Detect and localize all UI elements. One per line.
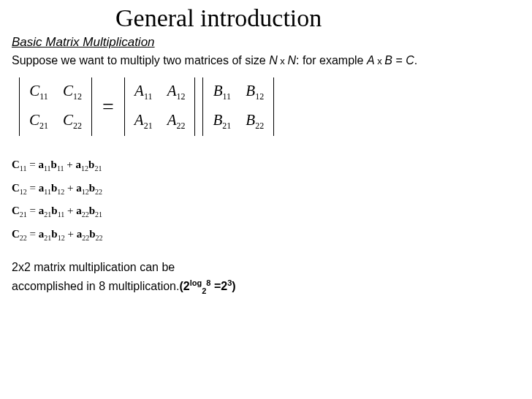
ma-22-b: A — [167, 111, 177, 129]
eq2-a2: a — [76, 182, 82, 194]
mc-12-b: C — [63, 82, 73, 99]
ma-22-s: 22 — [176, 121, 185, 131]
mb-12-s: 12 — [255, 91, 264, 102]
foot-b1: (2 — [179, 281, 189, 293]
foot-line1: 2x2 matrix multiplication can be — [12, 261, 175, 273]
eq4-a2s: 22 — [82, 234, 89, 242]
eq2-a1s: 11 — [44, 188, 51, 196]
eq-c21: C21 = a21b11 + a22b21 — [12, 200, 520, 223]
eq3-C: C — [12, 205, 20, 216]
eq2-a2s: 12 — [82, 188, 89, 196]
intro-x1: x — [278, 56, 288, 66]
ma-21-b: A — [134, 111, 144, 129]
mb-21-b: B — [213, 111, 222, 129]
mc-11-b: C — [29, 82, 39, 99]
eq1-a2: a — [76, 159, 82, 170]
ma-11-s: 11 — [144, 91, 153, 102]
mc-21-b: C — [29, 111, 39, 129]
eq1-b1: b — [51, 159, 57, 170]
intro-x2: x — [375, 56, 385, 66]
eq4-Cs: 22 — [20, 234, 27, 242]
eq3-a2: a — [76, 205, 82, 216]
foot-sub1: 2 — [202, 286, 206, 295]
eq1-b2s: 21 — [94, 164, 102, 172]
intro-end: . — [414, 54, 417, 66]
intro-N2: N — [287, 54, 296, 66]
eq1-C: C — [12, 159, 20, 170]
foot-line2a: accomplished in 8 multiplication. — [12, 281, 179, 293]
foot-b2: =2 — [210, 281, 227, 293]
intro-mid: : for example — [296, 54, 367, 66]
eq1-a2s: 12 — [81, 164, 88, 172]
mb-11-s: 11 — [223, 91, 232, 102]
eq2-C: C — [12, 182, 20, 194]
eq-c11: C11 = a11b11 + a12b21 — [12, 153, 520, 177]
intro-pre: Suppose we want to multiply two matrices… — [12, 54, 269, 66]
eq3-b2: b — [89, 205, 95, 216]
eq1-plus: + — [64, 159, 76, 170]
eq3-eq: = — [27, 205, 39, 216]
intro-N1: N — [269, 54, 278, 66]
bracket-right — [273, 77, 274, 136]
eq1-a1: a — [38, 159, 44, 170]
eq3-plus: + — [64, 205, 76, 216]
ma-12-s: 12 — [176, 91, 185, 102]
eq2-Cs: 12 — [20, 188, 27, 196]
eq4-a1s: 21 — [44, 234, 51, 242]
mc-11-s: 11 — [39, 91, 48, 102]
matrix-equation: C11 C12 C21 C22 = A11 A12 A21 A2 — [19, 76, 520, 137]
eq2-b1s: 12 — [57, 188, 64, 196]
eq2-b2: b — [89, 182, 95, 194]
eq-c12: C12 = a11b12 + a12b22 — [12, 177, 520, 200]
bracket-right — [194, 77, 195, 136]
intro-B: B — [384, 54, 392, 66]
mb-12-b: B — [246, 82, 255, 99]
eq1-a1s: 11 — [44, 164, 51, 172]
eq4-plus: + — [65, 228, 77, 240]
intro-C: C — [406, 54, 414, 66]
eq-c22: C22 = a21b12 + a22b22 — [12, 223, 520, 246]
eq4-C: C — [12, 228, 20, 240]
bracket-left — [124, 77, 126, 136]
intro-text: Suppose we want to multiply two matrices… — [12, 54, 520, 67]
intro-A: A — [367, 54, 375, 66]
ma-11-b: A — [134, 82, 144, 99]
eq3-b1s: 11 — [58, 210, 65, 218]
matrix-A: A11 A12 A21 A22 — [124, 76, 196, 137]
foot-sup1: log — [190, 278, 202, 287]
mb-21-s: 21 — [222, 121, 231, 131]
intro-eq: = — [392, 54, 406, 66]
element-equations: C11 = a11b11 + a12b21 C12 = a11b12 + a12… — [12, 153, 520, 246]
eq2-b2s: 22 — [95, 188, 102, 196]
bracket-right — [91, 77, 92, 136]
eq1-eq: = — [26, 159, 38, 170]
mc-22-s: 22 — [73, 121, 82, 131]
footer-text: 2x2 matrix multiplication can be accompl… — [12, 259, 520, 297]
equals-sign: = — [99, 95, 117, 118]
matrix-C: C11 C12 C21 C22 — [19, 76, 92, 137]
foot-b3: ) — [232, 281, 235, 293]
eq3-b1: b — [51, 205, 57, 216]
slide-title: General introduction — [115, 4, 520, 32]
eq4-b1s: 12 — [58, 234, 65, 242]
mc-12-s: 12 — [73, 91, 82, 102]
eq3-Cs: 21 — [20, 210, 27, 218]
matrix-B: B11 B12 B21 B22 — [202, 76, 274, 137]
mb-22-s: 22 — [255, 121, 264, 131]
eq2-plus: + — [64, 182, 76, 194]
ma-12-b: A — [167, 82, 177, 99]
eq3-b2s: 21 — [95, 210, 102, 218]
mc-22-b: C — [63, 111, 73, 129]
mc-21-s: 21 — [39, 121, 48, 131]
mb-22-b: B — [246, 111, 255, 129]
mb-11-b: B — [213, 82, 223, 99]
ma-21-s: 21 — [144, 121, 153, 131]
eq4-b1: b — [51, 228, 57, 240]
eq4-a2: a — [77, 228, 83, 240]
bracket-left — [19, 77, 20, 136]
section-subtitle: Basic Matrix Multiplication — [12, 35, 520, 50]
eq2-eq: = — [27, 182, 39, 194]
eq3-a1s: 21 — [44, 210, 51, 218]
eq4-b2s: 22 — [95, 234, 102, 242]
bracket-left — [202, 77, 204, 136]
